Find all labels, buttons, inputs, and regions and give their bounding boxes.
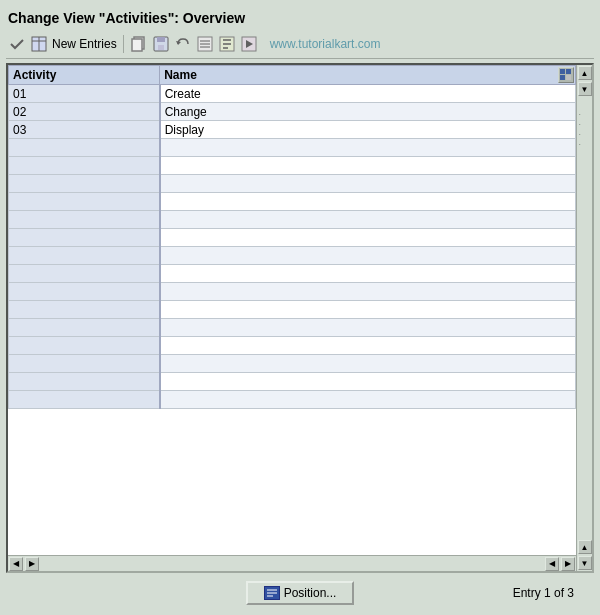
cell-activity <box>9 355 160 373</box>
table-row[interactable] <box>9 373 576 391</box>
table-icon[interactable] <box>30 35 48 53</box>
cell-activity: 01 <box>9 85 160 103</box>
copy-icon[interactable] <box>130 35 148 53</box>
position-button-label: Position... <box>284 586 337 600</box>
v-scroll-up2-button[interactable]: ▲ <box>578 540 592 554</box>
svg-rect-20 <box>560 75 565 80</box>
h-scroll-track[interactable] <box>42 558 542 570</box>
svg-rect-21 <box>566 75 571 80</box>
v-scroll-down2-button[interactable]: ▼ <box>578 556 592 570</box>
table-row[interactable] <box>9 157 576 175</box>
table-row[interactable] <box>9 355 576 373</box>
cell-name <box>160 373 576 391</box>
vertical-scrollbar: ▲ ▼ · ·· · ▲ ▼ <box>576 65 592 571</box>
h-scroll-right-button[interactable]: ▶ <box>25 557 39 571</box>
cell-name <box>160 229 576 247</box>
cell-name <box>160 265 576 283</box>
cell-name: Display <box>160 121 576 139</box>
check-icon[interactable] <box>8 35 26 53</box>
cell-activity <box>9 373 160 391</box>
table-row[interactable] <box>9 139 576 157</box>
svg-rect-6 <box>157 37 165 42</box>
footer: Position... Entry 1 of 3 <box>6 573 594 609</box>
v-scroll-down-button[interactable]: ▼ <box>578 82 592 96</box>
cell-name <box>160 355 576 373</box>
table-row[interactable] <box>9 247 576 265</box>
cell-activity <box>9 139 160 157</box>
cell-name <box>160 157 576 175</box>
activities-table: Activity Name 01Create02Change03Display <box>8 65 576 409</box>
cell-activity <box>9 211 160 229</box>
entry-count: Entry 1 of 3 <box>513 586 574 600</box>
cell-name <box>160 337 576 355</box>
v-scroll-track[interactable]: · ·· · <box>579 99 591 537</box>
content-area: Activity Name 01Create02Change03Display … <box>6 63 594 573</box>
cell-activity: 03 <box>9 121 160 139</box>
cell-activity <box>9 283 160 301</box>
cell-activity <box>9 157 160 175</box>
h-scroll-left-button[interactable]: ◀ <box>9 557 23 571</box>
toolbar-separator-1 <box>123 35 124 53</box>
table-row[interactable]: 01Create <box>9 85 576 103</box>
table-row[interactable] <box>9 229 576 247</box>
column-settings-icon[interactable] <box>558 67 574 83</box>
toolbar: New Entries www.tutorialkart.com <box>6 32 594 59</box>
table-row[interactable] <box>9 391 576 409</box>
cell-activity <box>9 391 160 409</box>
cell-activity <box>9 301 160 319</box>
cell-activity <box>9 229 160 247</box>
cell-name <box>160 139 576 157</box>
cell-activity <box>9 337 160 355</box>
table-row[interactable]: 02Change <box>9 103 576 121</box>
cell-activity: 02 <box>9 103 160 121</box>
svg-rect-19 <box>566 69 571 74</box>
table-row[interactable] <box>9 319 576 337</box>
undo-icon[interactable] <box>174 35 192 53</box>
position-btn-icon <box>264 586 280 600</box>
cell-name <box>160 391 576 409</box>
table-scroll-area: Activity Name 01Create02Change03Display <box>8 65 576 555</box>
table-row[interactable] <box>9 265 576 283</box>
svg-rect-4 <box>132 39 142 51</box>
window-title: Change View "Activities": Overview <box>6 6 594 32</box>
position-button[interactable]: Position... <box>246 581 355 605</box>
cell-activity <box>9 265 160 283</box>
table-row[interactable] <box>9 337 576 355</box>
table-row[interactable] <box>9 301 576 319</box>
table-inner: Activity Name 01Create02Change03Display … <box>8 65 576 571</box>
table-row[interactable] <box>9 211 576 229</box>
table-row[interactable] <box>9 175 576 193</box>
cell-name <box>160 193 576 211</box>
v-scroll-up-button[interactable]: ▲ <box>578 66 592 80</box>
cell-name: Change <box>160 103 576 121</box>
save-icon[interactable] <box>152 35 170 53</box>
table-row[interactable] <box>9 283 576 301</box>
table-row[interactable] <box>9 193 576 211</box>
cell-name <box>160 283 576 301</box>
cell-name <box>160 319 576 337</box>
cell-activity <box>9 319 160 337</box>
new-entries-label: New Entries <box>52 37 117 51</box>
svg-rect-18 <box>560 69 565 74</box>
watermark-text: www.tutorialkart.com <box>270 37 381 51</box>
list-icon[interactable] <box>196 35 214 53</box>
properties-icon[interactable] <box>218 35 236 53</box>
h-scroll-left2-button[interactable]: ◀ <box>545 557 559 571</box>
main-window: Change View "Activities": Overview New E… <box>0 0 600 615</box>
new-entries-button[interactable]: New Entries <box>52 37 117 51</box>
cell-name <box>160 175 576 193</box>
table-row[interactable]: 03Display <box>9 121 576 139</box>
cell-name: Create <box>160 85 576 103</box>
svg-rect-7 <box>158 45 164 50</box>
table-container: Activity Name 01Create02Change03Display … <box>6 63 594 573</box>
scroll-dots: · ·· · <box>579 99 591 159</box>
cell-activity <box>9 247 160 265</box>
cell-activity <box>9 175 160 193</box>
h-scroll-right2-button[interactable]: ▶ <box>561 557 575 571</box>
cell-activity <box>9 193 160 211</box>
col-header-name: Name <box>160 66 576 85</box>
col-header-activity: Activity <box>9 66 160 85</box>
cell-name <box>160 211 576 229</box>
execute-icon[interactable] <box>240 35 258 53</box>
cell-name <box>160 301 576 319</box>
